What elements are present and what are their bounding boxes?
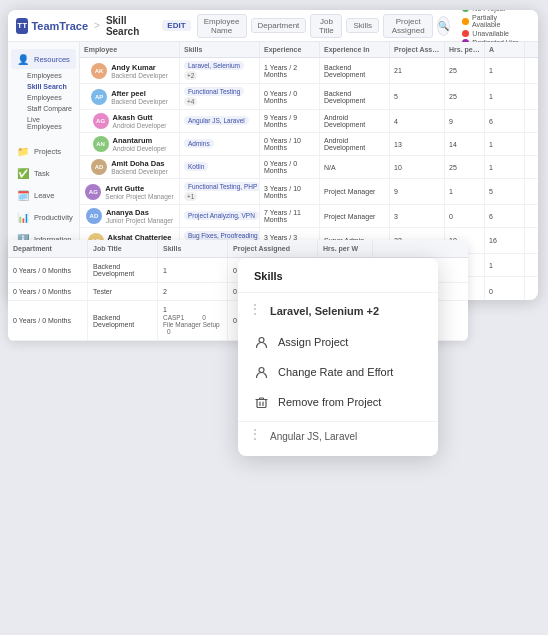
change-rate-icon bbox=[254, 365, 268, 379]
avatar-2: AG bbox=[93, 113, 109, 129]
brand-name: TeamTrace bbox=[31, 20, 88, 32]
detail-project-1: 2 bbox=[158, 283, 228, 300]
remove-project-label: Remove from Project bbox=[278, 396, 381, 408]
filter-skills[interactable]: Skills bbox=[346, 18, 379, 33]
hrs-cell-0: 25 bbox=[445, 58, 485, 83]
legend-unavailable: Unavailable bbox=[462, 30, 524, 37]
logo-icon: TT bbox=[16, 18, 28, 34]
sub-item-filemanager: File Manager Setup 0 bbox=[163, 321, 222, 335]
skills-chip-4: Kotlin bbox=[184, 162, 208, 171]
projects-cell-3: 13 bbox=[390, 133, 445, 155]
table-header: Employee Skills Experience Experience In… bbox=[80, 42, 538, 58]
col-avail: A bbox=[485, 42, 525, 57]
table-row: AP After peel Backend Developer Function… bbox=[80, 84, 538, 110]
dot-unavailable bbox=[462, 30, 469, 37]
table-row: AG Arvit Gutte Senior Project Manager Fu… bbox=[80, 179, 538, 205]
context-menu-item-assign[interactable]: Assign Project bbox=[238, 327, 438, 357]
sidebar-resources-label: Resources bbox=[34, 55, 70, 64]
sidebar-item-productivity[interactable]: 📊 Productivity bbox=[11, 207, 76, 227]
sidebar-item-projects[interactable]: 📁 Projects bbox=[11, 141, 76, 161]
exp-in-cell-4: N/A bbox=[320, 156, 390, 178]
exp-in-cell-5: Project Manager bbox=[320, 179, 390, 204]
sidebar-leave-label: Leave bbox=[34, 191, 54, 200]
avatar-0: AK bbox=[91, 63, 107, 79]
employee-cell-1: AP After peel Backend Developer bbox=[80, 84, 180, 109]
detail-experience-2: 0 Years / 0 Months bbox=[8, 301, 88, 340]
sidebar-item-leave[interactable]: 🗓️ Leave bbox=[11, 185, 76, 205]
emp-info-3: Anantarum Android Developer bbox=[113, 136, 167, 152]
table-row: AK Andy Kumar Backend Developer Laravel,… bbox=[80, 58, 538, 84]
skills-chip-1: Functional Testing bbox=[184, 87, 244, 96]
legend-no-project: No Project bbox=[462, 10, 524, 12]
experience-cell-4: 0 Years / 0 Months bbox=[260, 156, 320, 178]
col-experience-in: Experience In bbox=[320, 42, 390, 57]
hrs-cell-5: 1 bbox=[445, 179, 485, 204]
avail-cell-1: 1 bbox=[485, 84, 525, 109]
sidebar-item-task[interactable]: ✅ Task bbox=[11, 163, 76, 183]
exp-in-cell-3: Android Development bbox=[320, 133, 390, 155]
sidebar-sub-skill-search[interactable]: Skill Search bbox=[24, 81, 79, 92]
emp-role-4: Backend Developer bbox=[111, 168, 168, 175]
experience-cell-5: 3 Years / 10 Months bbox=[260, 179, 320, 204]
hrs-cell-2: 9 bbox=[445, 110, 485, 132]
employee-cell-0: AK Andy Kumar Backend Developer bbox=[80, 58, 180, 83]
skills-chip-7: Bug Fixes, Proofreading bbox=[184, 231, 260, 240]
experience-cell-3: 0 Years / 10 Months bbox=[260, 133, 320, 155]
svg-point-1 bbox=[259, 367, 264, 372]
avail-cell-0: 1 bbox=[485, 58, 525, 83]
hrs-cell-4: 25 bbox=[445, 156, 485, 178]
exp-in-cell-6: Project Manager bbox=[320, 205, 390, 227]
logo: TT TeamTrace bbox=[16, 18, 88, 34]
hrs-cell-6: 0 bbox=[445, 205, 485, 227]
exp-in-cell-0: Backend Development bbox=[320, 58, 390, 83]
filter-project-assigned[interactable]: Project Assigned bbox=[383, 14, 433, 38]
leave-icon: 🗓️ bbox=[17, 189, 29, 201]
projects-cell-2: 4 bbox=[390, 110, 445, 132]
table-row: AD Ananya Das Junior Project Manager Pro… bbox=[80, 205, 538, 228]
experience-cell-6: 7 Years / 11 Months bbox=[260, 205, 320, 227]
detail-experience-0: 0 Years / 0 Months bbox=[8, 258, 88, 282]
col-skills: Skills bbox=[180, 42, 260, 57]
edit-badge[interactable]: EDIT bbox=[162, 20, 190, 31]
context-more-dots-icon: ⋮ bbox=[248, 426, 262, 442]
hrs-cell-3: 14 bbox=[445, 133, 485, 155]
emp-role-2: Android Developer bbox=[113, 122, 167, 129]
sidebar-sub-employees2[interactable]: Employees bbox=[24, 92, 79, 103]
context-menu-title: Skills bbox=[238, 268, 438, 293]
employee-cell-2: AG Akash Gutt Android Developer bbox=[80, 110, 180, 132]
sidebar-sub-staff-compare[interactable]: Staff Compare bbox=[24, 103, 79, 114]
resources-icon: 👤 bbox=[17, 53, 29, 65]
filter-department[interactable]: Department bbox=[251, 18, 307, 33]
emp-name-4: Amit Doha Das bbox=[111, 159, 168, 168]
avatar-4: AD bbox=[91, 159, 107, 175]
projects-cell-1: 5 bbox=[390, 84, 445, 109]
emp-role-3: Android Developer bbox=[113, 145, 167, 152]
skills-chip-5: Functional Testing, PHP bbox=[184, 182, 260, 191]
legend-unavailable-label: Unavailable bbox=[472, 30, 509, 37]
sidebar-item-resources[interactable]: 👤 Resources bbox=[11, 49, 76, 69]
skills-cell-4: Kotlin bbox=[180, 156, 260, 178]
filter-job-title[interactable]: Job Title bbox=[310, 14, 342, 38]
search-button[interactable]: 🔍 bbox=[437, 16, 450, 36]
detail-exp-in-0: Backend Development bbox=[88, 258, 158, 282]
avail-cell-4: 1 bbox=[485, 156, 525, 178]
task-icon: ✅ bbox=[17, 167, 29, 179]
skills-chip-3: Admins bbox=[184, 139, 214, 148]
context-menu-item-rate[interactable]: Change Rate and Effort bbox=[238, 357, 438, 387]
emp-name-6: Ananya Das bbox=[106, 208, 173, 217]
skills-cell-2: Angular JS, Laravel bbox=[180, 110, 260, 132]
detail-exp-in-1: Tester bbox=[88, 283, 158, 300]
sidebar-productivity-label: Productivity bbox=[34, 213, 73, 222]
skills-more-0: +2 bbox=[184, 71, 197, 80]
avail-cell-3: 1 bbox=[485, 133, 525, 155]
top-bar: TT TeamTrace > Skill Search EDIT Employe… bbox=[8, 10, 538, 42]
employee-cell-6: AD Ananya Das Junior Project Manager bbox=[80, 205, 180, 227]
context-menu-item-remove[interactable]: Remove from Project bbox=[238, 387, 438, 417]
filter-employee-name[interactable]: Employee Name bbox=[197, 14, 247, 38]
avail-cell-5: 5 bbox=[485, 179, 525, 204]
hrs-cell-1: 25 bbox=[445, 84, 485, 109]
sidebar-sub-live-employees[interactable]: Live Employees bbox=[24, 114, 79, 132]
sidebar-sub-employees[interactable]: Employees bbox=[24, 70, 79, 81]
detail-panel-header: Department Job Title Skills Project Assi… bbox=[8, 240, 468, 258]
skills-chip-2: Angular JS, Laravel bbox=[184, 116, 249, 125]
